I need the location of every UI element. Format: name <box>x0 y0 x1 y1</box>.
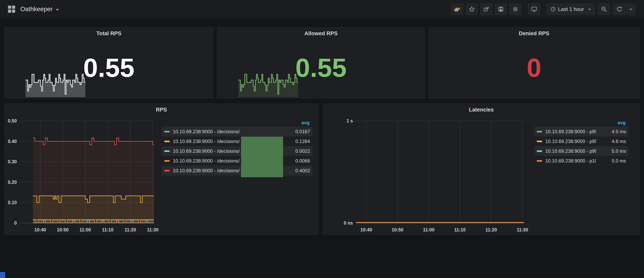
svg-text:11:30: 11:30 <box>147 227 159 232</box>
cycle-view-mode-button[interactable] <box>528 3 541 15</box>
panel-title[interactable]: Total RPS <box>4 30 213 37</box>
legend-table: avg 10.10.69.238:9000 - p904.5 ms10.10.6… <box>534 119 628 166</box>
refresh-group <box>612 3 636 15</box>
legend-row[interactable]: 10.10.69.238:9000 - p904.5 ms <box>534 127 628 136</box>
svg-text:10:50: 10:50 <box>57 227 68 232</box>
legend-rows: 10.10.69.238:9000 - /decisions/0.016710.… <box>162 127 312 175</box>
green-overlay-box <box>241 137 283 177</box>
stat-panel-denied-rps: Denied RPS 0 <box>428 27 640 98</box>
clock-icon <box>550 6 556 12</box>
series-avg-value: 4.8 ms <box>596 139 626 144</box>
svg-text:0 ns: 0 ns <box>344 221 353 226</box>
dashboard-grid-icon[interactable] <box>8 5 15 13</box>
chevron-down-icon <box>56 9 59 11</box>
series-avg-value: 4.5 ms <box>596 129 626 134</box>
series-name[interactable]: 10.10.69.238:9000 - p99 <box>545 148 596 154</box>
sparkline <box>26 72 85 97</box>
legend-row[interactable]: 10.10.69.238:9000 - /decisions/0.1284 <box>162 136 312 146</box>
legend-row[interactable]: 10.10.69.238:9000 - p995.0 ms <box>534 146 628 156</box>
header-bar: Oathkeeper <box>0 0 644 18</box>
svg-text:0.10: 0.10 <box>8 200 17 205</box>
settings-button[interactable] <box>509 3 522 15</box>
panel-title[interactable]: Denied RPS <box>428 30 640 37</box>
legend-rows: 10.10.69.238:9000 - p904.5 ms10.10.69.23… <box>534 127 628 166</box>
legend-row[interactable]: 10.10.69.238:9000 - /decisions/0.0167 <box>162 127 312 136</box>
series-color-swatch <box>537 160 542 162</box>
share-icon <box>483 6 489 12</box>
series-name[interactable]: 10.10.69.238:9000 - p95 <box>545 139 596 144</box>
refresh-icon <box>616 6 622 12</box>
svg-text:10:50: 10:50 <box>392 227 403 232</box>
add-panel-button[interactable] <box>450 3 464 15</box>
legend-row[interactable]: 10.10.69.238:9000 - p954.8 ms <box>534 136 628 146</box>
legend-row[interactable]: 10.10.69.238:9000 - p1005.0 ms <box>534 156 628 166</box>
save-icon <box>498 6 504 12</box>
stat-panel-total-rps: Total RPS 0.55 <box>4 27 214 98</box>
series-avg-value: 0.0066 <box>280 158 310 164</box>
legend-avg-header[interactable]: avg <box>162 119 312 127</box>
legend-avg-header[interactable]: avg <box>534 119 628 127</box>
series-color-swatch <box>537 131 542 132</box>
series-name[interactable]: 10.10.69.238:9000 - p90 <box>545 129 596 134</box>
series-avg-value: 0.4002 <box>280 168 310 173</box>
panel-title[interactable]: Allowed RPS <box>217 30 425 37</box>
zoom-out-icon <box>601 6 607 12</box>
refresh-button[interactable] <box>612 3 626 15</box>
grid-square <box>8 9 11 13</box>
sparkline <box>238 72 298 97</box>
zoom-out-button[interactable] <box>597 3 610 15</box>
panel-actions-group <box>450 3 522 15</box>
chevron-down-icon <box>630 9 632 10</box>
save-button[interactable] <box>494 3 508 15</box>
series-color-swatch <box>164 150 170 152</box>
svg-text:0: 0 <box>14 221 17 226</box>
series-name[interactable]: 10.10.69.238:9000 - p100 <box>545 158 596 164</box>
series-avg-value: 5.0 ms <box>596 158 626 164</box>
svg-text:11:30: 11:30 <box>516 227 528 232</box>
time-range-label: Last 1 hour <box>558 6 584 12</box>
legend-row[interactable]: 10.10.69.238:9000 - /decisions/0.0022 <box>162 146 312 156</box>
series-avg-value: 5.0 ms <box>596 148 626 154</box>
svg-text:1 s: 1 s <box>346 118 353 123</box>
svg-text:11:10: 11:10 <box>102 227 114 232</box>
series-color-swatch <box>164 160 170 162</box>
svg-text:11:20: 11:20 <box>486 227 497 232</box>
series-avg-value: 0.0167 <box>280 129 310 134</box>
svg-text:10:40: 10:40 <box>360 227 372 232</box>
refresh-interval-dropdown-button[interactable] <box>626 3 636 15</box>
svg-text:10:40: 10:40 <box>34 227 46 232</box>
panel-title[interactable]: RPS <box>4 107 318 113</box>
series-color-swatch <box>164 170 170 171</box>
graph-panel-rps: RPS 0.500.400.300.200.10010:4010:5011:00… <box>4 103 318 235</box>
stat-value: 0 <box>428 55 640 81</box>
series-color-swatch <box>164 131 170 132</box>
panel-title[interactable]: Latencies <box>323 107 640 113</box>
star-button[interactable] <box>465 3 478 15</box>
series-color-swatch <box>537 141 542 142</box>
chevron-down-icon <box>588 9 591 10</box>
svg-text:11:20: 11:20 <box>124 227 136 232</box>
time-range-button[interactable]: Last 1 hour <box>546 3 595 15</box>
grid-square <box>8 5 11 9</box>
legend-row[interactable]: 10.10.69.238:9000 - /decisions/0.4002 <box>162 166 312 175</box>
series-color-swatch <box>537 150 542 152</box>
dashboard-title-dropdown[interactable]: Oathkeeper <box>20 5 59 13</box>
series-avg-value: 0.0022 <box>280 148 310 154</box>
corner-blue-box <box>0 272 5 278</box>
series-name[interactable]: 10.10.69.238:9000 - /decisions/ <box>173 129 280 134</box>
svg-text:0.20: 0.20 <box>8 180 17 185</box>
svg-text:11:00: 11:00 <box>80 227 91 232</box>
legend-row[interactable]: 10.10.69.238:9000 - /decisions/0.0066 <box>162 156 312 166</box>
graph-panel-latencies: Latencies 1 s0 ns10:4010:5011:0011:1011:… <box>323 103 640 235</box>
dashboard-title: Oathkeeper <box>20 5 53 13</box>
stat-panel-allowed-rps: Allowed RPS 0.55 <box>217 27 425 98</box>
svg-text:11:10: 11:10 <box>454 227 466 232</box>
bar-chart-plus-icon <box>454 6 460 12</box>
svg-text:0.50: 0.50 <box>8 118 17 123</box>
legend-table: avg 10.10.69.238:9000 - /decisions/0.016… <box>162 119 312 175</box>
svg-text:11:00: 11:00 <box>423 227 434 232</box>
share-button[interactable] <box>480 3 493 15</box>
svg-text:0.40: 0.40 <box>8 139 17 144</box>
monitor-icon <box>531 6 537 12</box>
gear-icon <box>512 6 518 12</box>
